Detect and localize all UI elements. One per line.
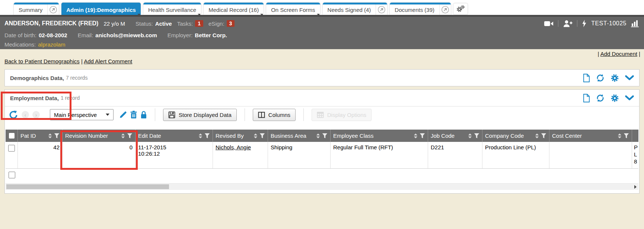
video-camera-icon[interactable] (544, 20, 554, 27)
filter-icon[interactable] (624, 133, 629, 139)
add-document-link[interactable]: Add Document (600, 51, 637, 57)
tab-menu-fold-icon (260, 14, 263, 16)
refresh-icon[interactable] (596, 94, 605, 102)
tab-bar: Summary Admin (19):Demographics Health S… (0, 0, 644, 15)
sort-icon[interactable] (121, 133, 125, 139)
tab-accent-bar (390, 3, 451, 4)
grid-toolbar: ‹ › Main Perspective (5, 106, 639, 123)
perspective-selected-value: Main Perspective (54, 112, 97, 118)
filter-icon[interactable] (322, 133, 328, 139)
column-header-business-area[interactable]: Business Area (268, 130, 330, 142)
lightning-bolt-icon[interactable] (582, 20, 587, 27)
column-label: Edit Date (138, 133, 197, 139)
tab-menu-fold-icon (137, 14, 140, 16)
tasks-count-badge[interactable]: 1 (195, 20, 203, 27)
tab-settings-button[interactable] (453, 3, 468, 15)
table-row[interactable]: 42 0 11-17-2015 10:26:12 Nichols, Angie … (6, 142, 638, 169)
filter-icon[interactable] (127, 133, 133, 139)
patient-email: Email: anichols@mieweb.com (78, 32, 157, 38)
sort-icon[interactable] (413, 133, 418, 139)
filter-icon[interactable] (54, 133, 60, 139)
undo-icon[interactable] (9, 110, 18, 120)
sort-icon[interactable] (253, 133, 258, 139)
next-perspective-icon[interactable]: › (32, 111, 40, 118)
column-header-revised-by[interactable]: Revised By (213, 130, 268, 142)
tab-menu-fold-icon (198, 14, 200, 16)
scrollbar-right-arrow-icon[interactable] (634, 185, 637, 189)
panel-title: Employment Data, (10, 95, 59, 101)
revised-by-link[interactable]: Nichols, Angie (216, 144, 251, 150)
gear-icon[interactable] (610, 94, 619, 102)
button-label: Columns (268, 112, 290, 118)
back-to-patient-demographics-link[interactable]: Back to Patient Demographics (4, 58, 80, 64)
tab-accent-bar (143, 3, 201, 4)
status-value: Active (155, 20, 172, 27)
column-header-pat-id[interactable]: Pat ID (17, 130, 62, 142)
pipe: | (639, 51, 640, 57)
email-label: Email: (78, 32, 93, 38)
sort-icon[interactable] (316, 133, 321, 139)
filter-icon[interactable] (474, 133, 479, 139)
tab-admin-demographics[interactable]: Admin (19):Demographics (61, 3, 141, 15)
refresh-icon[interactable] (596, 74, 605, 82)
edit-pencil-icon[interactable] (119, 111, 127, 119)
delete-trash-icon[interactable] (130, 111, 137, 119)
perspective-select[interactable]: Main Perspective (50, 109, 114, 120)
tab-summary[interactable]: Summary (14, 3, 59, 15)
toolbar-divider (303, 108, 304, 121)
sort-icon[interactable] (198, 133, 203, 139)
chevron-down-icon[interactable] (625, 75, 634, 80)
prev-perspective-icon[interactable]: ‹ (22, 111, 29, 118)
gear-icon[interactable] (610, 74, 619, 82)
medications-label: Medications: (4, 41, 36, 48)
sort-icon[interactable] (535, 133, 539, 139)
document-icon[interactable] (583, 74, 590, 82)
sort-icon[interactable] (617, 133, 622, 139)
scrollbar-thumb[interactable] (6, 184, 169, 189)
cell-clipped-overflow: P L 8 (632, 142, 638, 168)
column-header-employee-class[interactable]: Employee Class (330, 130, 428, 142)
employment-panel-header: Employment Data, 1 record (5, 90, 639, 106)
sort-icon[interactable] (48, 133, 52, 139)
add-alert-comment-link[interactable]: Add Alert Comment (84, 58, 132, 64)
tab-health-surveillance[interactable]: Health Surveillance (143, 3, 201, 15)
sort-icon[interactable] (468, 133, 472, 139)
document-icon[interactable] (583, 94, 590, 102)
cell-job-code: D221 (428, 142, 482, 168)
horizontal-scrollbar[interactable] (6, 183, 638, 190)
columns-icon (258, 112, 265, 118)
tab-on-screen-forms[interactable]: On Screen Forms (266, 3, 320, 15)
filter-icon[interactable] (259, 133, 265, 139)
tab-medical-record[interactable]: Medical Record (16) (204, 3, 264, 15)
patient-age-sex: 22 y/o M (103, 20, 125, 27)
esign-count-badge[interactable]: 3 (227, 20, 235, 27)
medication-alprazolam[interactable]: alprazolam (38, 41, 65, 48)
tab-documents[interactable]: Documents (39) (390, 3, 451, 15)
filter-icon[interactable] (420, 133, 425, 139)
panel-actions (583, 74, 634, 82)
bar-chart-icon[interactable] (631, 20, 640, 27)
select-all-checkbox[interactable] (6, 130, 17, 142)
column-header-revision-number[interactable]: Revision Number (62, 130, 135, 142)
lock-icon[interactable] (140, 111, 147, 119)
column-header-edit-date[interactable]: Edit Date (135, 130, 213, 142)
tab-menu-fold-icon (317, 14, 319, 16)
cell-business-area: Shipping (268, 142, 330, 168)
patient-medications-row: Medications: alprazolam (4, 40, 640, 49)
tab-needs-signed[interactable]: Needs Signed (4) (323, 3, 388, 15)
row-checkbox[interactable] (8, 145, 15, 152)
column-header-job-code[interactable]: Job Code (428, 130, 482, 142)
edit-date: 11-17-2015 (138, 144, 210, 150)
store-displayed-data-button[interactable]: Store Displayed Data (163, 109, 237, 121)
columns-button[interactable]: Columns (253, 109, 296, 121)
add-person-icon[interactable] (563, 20, 573, 27)
row-checkbox[interactable] (9, 172, 15, 178)
column-header-cost-center[interactable]: Cost Center (549, 130, 632, 142)
chevron-down-icon[interactable] (625, 95, 634, 101)
filter-icon[interactable] (204, 133, 210, 139)
tab-accent-bar (61, 3, 141, 4)
panel-actions (583, 94, 634, 102)
column-header-company-code[interactable]: Company Code (482, 130, 549, 142)
spacer (5, 190, 639, 193)
filter-icon[interactable] (541, 133, 546, 139)
